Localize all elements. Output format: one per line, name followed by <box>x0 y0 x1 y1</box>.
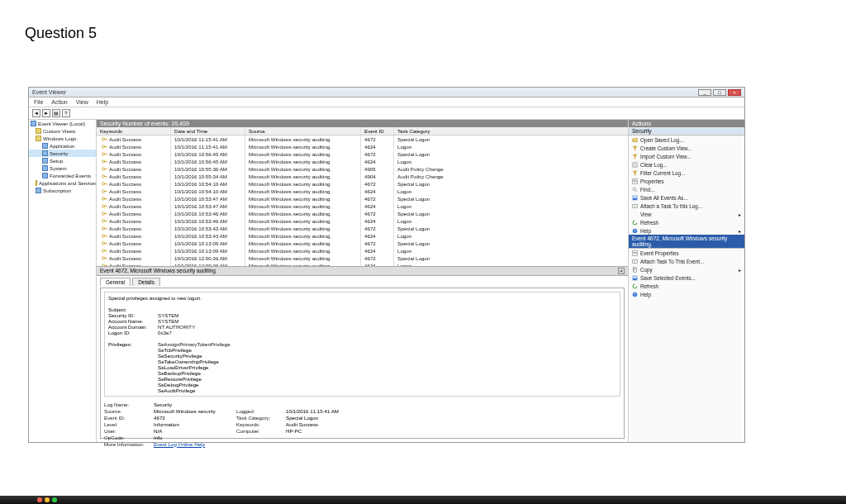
cell-taskcat: Logon <box>394 247 628 254</box>
menu-view[interactable]: View <box>76 99 88 105</box>
cell-source: Microsoft Windows security auditing. <box>245 210 361 217</box>
menu-file[interactable]: File <box>34 99 43 105</box>
action-item[interactable]: Save Selected Events... <box>629 273 744 282</box>
table-row[interactable]: Audit Success10/1/2016 10:55:34 AMMicros… <box>97 173 628 180</box>
svg-point-24 <box>102 197 105 200</box>
col-keywords[interactable]: Keywords <box>97 127 171 135</box>
grid-header[interactable]: Keywords Date and Time Source Event ID T… <box>97 127 628 136</box>
tree-setup[interactable]: Setup <box>29 157 96 164</box>
tree-security[interactable]: Security <box>29 150 96 157</box>
menu-action[interactable]: Action <box>51 99 67 105</box>
table-row[interactable]: Audit Success10/1/2016 10:13:09 AMMicros… <box>97 247 628 254</box>
table-row[interactable]: Audit Success10/1/2016 11:15:41 AMMicros… <box>97 136 628 143</box>
action-item[interactable]: Copy▸ <box>629 265 744 273</box>
table-row[interactable]: Audit Success10/1/2016 10:53:43 AMMicros… <box>97 225 628 232</box>
key-icon <box>102 203 107 209</box>
detail-close-button[interactable]: × <box>618 268 625 274</box>
tab-details[interactable]: Details <box>132 278 160 286</box>
tree-root-label: Event Viewer (Local) <box>38 121 85 126</box>
col-source[interactable]: Source <box>245 127 361 135</box>
cell-keywords: Audit Success <box>109 240 141 246</box>
col-taskcat[interactable]: Task Category <box>394 127 628 135</box>
titlebar[interactable]: Event Viewer _ □ × <box>29 88 744 97</box>
cell-taskcat: Logon <box>394 158 628 165</box>
window-title: Event Viewer <box>32 89 698 95</box>
col-datetime[interactable]: Date and Time <box>171 127 245 135</box>
subject-label: Subject: <box>108 307 616 312</box>
action-item[interactable]: Clear Log... <box>629 160 744 169</box>
table-row[interactable]: Audit Success10/1/2016 10:13:09 AMMicros… <box>97 240 628 247</box>
table-row[interactable]: Audit Success10/1/2016 10:53:47 AMMicros… <box>97 202 628 210</box>
detail-header[interactable]: Event 4672, Microsoft Windows security a… <box>97 266 628 276</box>
action-view[interactable]: View▸ <box>629 210 744 218</box>
action-item[interactable]: Create Custom View... <box>629 144 744 152</box>
action-item[interactable]: Filter Current Log... <box>629 169 744 177</box>
tab-general[interactable]: General <box>100 278 131 286</box>
traffic-lights <box>37 497 57 502</box>
cell-source: Microsoft Windows security auditing. <box>245 247 361 254</box>
cell-keywords: Audit Success <box>109 233 141 239</box>
cell-datetime: 10/1/2016 10:54:10 AM <box>171 180 245 188</box>
back-icon[interactable]: ◄ <box>32 109 40 117</box>
show-tree-icon[interactable]: ▤ <box>52 109 60 117</box>
tree-windows-logs[interactable]: Windows Logs <box>29 135 96 142</box>
moreinfo-link[interactable]: Event Log Online Help <box>154 441 236 447</box>
action-item[interactable]: Save All Events As... <box>629 193 744 202</box>
tree-forwarded[interactable]: Forwarded Events <box>29 172 96 179</box>
tree-application[interactable]: Application <box>29 142 96 150</box>
cell-eventid: 4905 <box>361 165 394 173</box>
table-row[interactable]: Audit Success10/1/2016 12:00:26 AMMicros… <box>97 254 628 262</box>
tree-subscription[interactable]: Subscription <box>29 187 96 194</box>
action-item[interactable]: Find... <box>629 185 744 193</box>
svg-point-48 <box>102 257 105 259</box>
action-item[interactable]: Attach a Task To this Log... <box>629 202 744 210</box>
find-icon <box>632 187 638 193</box>
tree-system[interactable]: System <box>29 164 96 172</box>
table-row[interactable]: Audit Success10/1/2016 10:54:10 AMMicros… <box>97 188 628 195</box>
action-item[interactable]: Import Custom View... <box>629 152 744 160</box>
action-item[interactable]: Attach Task To This Event... <box>629 257 744 265</box>
action-item[interactable]: Properties <box>629 177 744 185</box>
maximize-button[interactable]: □ <box>713 89 726 96</box>
table-row[interactable]: Audit Success10/1/2016 11:15:41 AMMicros… <box>97 143 628 150</box>
action-item[interactable]: Open Saved Log... <box>629 136 744 144</box>
action-item[interactable]: Refresh <box>629 282 744 290</box>
log-icon <box>42 173 48 178</box>
level-value: Information <box>154 421 236 427</box>
svg-rect-75 <box>633 276 636 278</box>
key-icon <box>102 218 107 224</box>
cell-keywords: Audit Success <box>109 188 141 194</box>
secid-label: Security ID: <box>108 312 158 318</box>
tree-app-services[interactable]: Applications and Services Lo <box>29 179 96 187</box>
table-row[interactable]: Audit Success10/1/2016 10:56:45 AMMicros… <box>97 150 628 158</box>
navigation-tree[interactable]: Event Viewer (Local) Custom Views Window… <box>29 120 97 442</box>
cell-taskcat: Logon <box>394 188 628 195</box>
action-item[interactable]: ?Help <box>629 290 744 298</box>
event-grid[interactable]: Audit Success10/1/2016 11:15:41 AMMicros… <box>97 136 628 266</box>
key-icon <box>102 174 107 179</box>
table-row[interactable]: Audit Success10/1/2016 10:53:46 AMMicros… <box>97 210 628 217</box>
table-row[interactable]: Audit Success10/1/2016 10:53:43 AMMicros… <box>97 232 628 240</box>
help-icon[interactable]: ? <box>62 109 70 117</box>
action-help[interactable]: ?Help▸ <box>629 226 744 235</box>
action-item[interactable]: Event Properties <box>629 249 744 257</box>
tree-custom-views[interactable]: Custom Views <box>29 127 96 135</box>
menu-help[interactable]: Help <box>97 99 108 105</box>
tree-root[interactable]: Event Viewer (Local) <box>29 120 96 127</box>
table-row[interactable]: Audit Success10/1/2016 10:55:36 AMMicros… <box>97 165 628 173</box>
table-row[interactable]: Audit Success10/1/2016 10:53:47 AMMicros… <box>97 195 628 202</box>
close-button[interactable]: × <box>728 89 741 96</box>
table-row[interactable]: Audit Success10/1/2016 10:56:45 AMMicros… <box>97 158 628 165</box>
table-row[interactable]: Audit Success10/1/2016 10:54:10 AMMicros… <box>97 180 628 188</box>
table-row[interactable]: Audit Success10/1/2016 10:53:46 AMMicros… <box>97 217 628 225</box>
svg-line-62 <box>635 190 637 192</box>
cell-source: Microsoft Windows security auditing. <box>245 136 361 143</box>
forward-icon[interactable]: ► <box>42 109 50 117</box>
minimize-button[interactable]: _ <box>698 89 711 96</box>
action-refresh[interactable]: Refresh <box>629 218 744 226</box>
col-eventid[interactable]: Event ID <box>361 127 394 135</box>
toolbar: ◄ ► ▤ ? <box>29 107 744 120</box>
logname-label: Log Name: <box>104 402 154 407</box>
privilege-item: SeRestorePrivilege <box>158 376 616 382</box>
cell-source: Microsoft Windows security auditing. <box>245 158 361 165</box>
